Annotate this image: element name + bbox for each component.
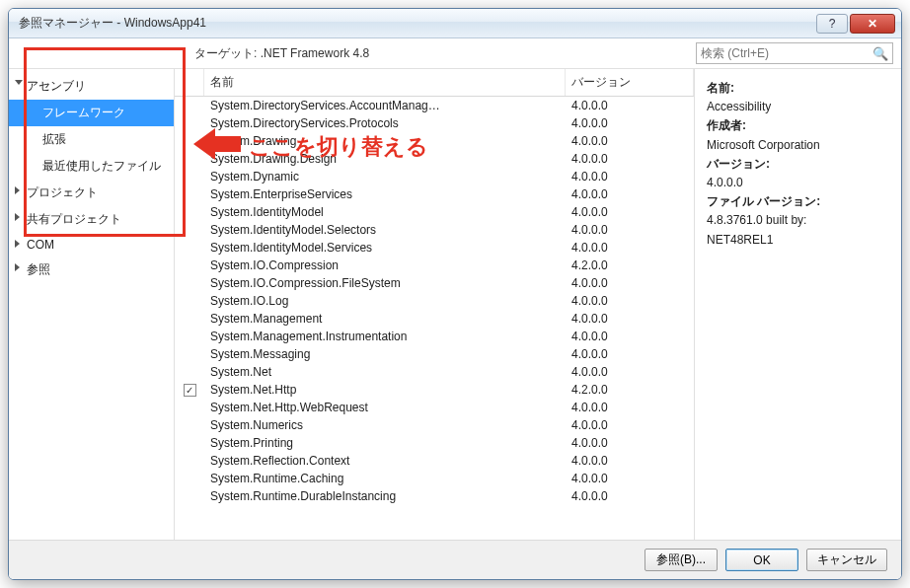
- table-row[interactable]: System.Numerics4.0.0.0: [175, 416, 694, 434]
- row-checkbox-cell[interactable]: [175, 133, 204, 149]
- table-row[interactable]: System.Drawing.Design4.0.0.0: [175, 150, 694, 168]
- search-input[interactable]: [701, 46, 872, 60]
- table-row[interactable]: System.IO.Compression.FileSystem4.0.0.0: [175, 274, 694, 292]
- table-row[interactable]: System.IdentityModel4.0.0.0: [175, 203, 694, 221]
- row-checkbox-cell[interactable]: [175, 275, 204, 291]
- row-name: System.Numerics: [204, 417, 566, 433]
- row-checkbox-cell[interactable]: [175, 346, 204, 362]
- row-checkbox-cell[interactable]: [175, 364, 204, 380]
- table-row[interactable]: System.Management4.0.0.0: [175, 310, 694, 328]
- table-row[interactable]: ✓System.Net.Http4.2.0.0: [175, 381, 694, 399]
- col-check[interactable]: [175, 69, 204, 96]
- col-name[interactable]: 名前: [204, 69, 566, 96]
- row-version: 4.0.0.0: [566, 115, 694, 131]
- table-row[interactable]: System.IdentityModel.Services4.0.0.0: [175, 239, 694, 257]
- row-version: 4.0.0.0: [566, 275, 694, 291]
- row-name: System.Net.Http.WebRequest: [204, 400, 566, 415]
- row-checkbox-cell[interactable]: [175, 257, 204, 273]
- row-checkbox-cell[interactable]: [175, 471, 204, 486]
- row-version: 4.2.0.0: [566, 382, 694, 398]
- expand-icon: [15, 263, 20, 271]
- row-version: 4.0.0.0: [566, 488, 694, 504]
- table-row[interactable]: System.DirectoryServices.Protocols4.0.0.…: [175, 114, 694, 132]
- row-name: System.Net: [204, 364, 566, 380]
- close-button[interactable]: ✕: [850, 14, 895, 34]
- table-row[interactable]: System.Management.Instrumentation4.0.0.0: [175, 328, 694, 345]
- expand-icon: [15, 186, 20, 194]
- table-row[interactable]: System.EnterpriseServices4.0.0.0: [175, 185, 694, 203]
- table-row[interactable]: System.Messaging4.0.0.0: [175, 345, 694, 363]
- row-checkbox-cell[interactable]: [175, 400, 204, 415]
- sidebar-group-assembly[interactable]: アセンブリ: [9, 73, 174, 100]
- row-checkbox-cell[interactable]: [175, 453, 204, 469]
- titlebar[interactable]: 参照マネージャー - WindowsApp41 ? ✕: [9, 9, 901, 38]
- row-checkbox-cell[interactable]: [175, 329, 204, 344]
- table-row[interactable]: System.Net4.0.0.0: [175, 363, 694, 381]
- row-checkbox-cell[interactable]: [175, 222, 204, 238]
- list-body[interactable]: System.DirectoryServices.AccountManag…4.…: [175, 97, 694, 540]
- row-version: 4.0.0.0: [566, 453, 694, 469]
- table-row[interactable]: System.IO.Log4.0.0.0: [175, 292, 694, 310]
- table-row[interactable]: System.Runtime.DurableInstancing4.0.0.0: [175, 487, 694, 505]
- search-icon[interactable]: 🔍: [872, 46, 888, 61]
- expand-icon: [15, 80, 23, 85]
- row-checkbox-cell[interactable]: [175, 311, 204, 327]
- browse-button[interactable]: 参照(B)...: [645, 549, 718, 571]
- detail-version-label: バージョン:: [707, 157, 770, 171]
- row-name: System.Dynamic: [204, 169, 566, 184]
- checkbox-icon[interactable]: ✓: [184, 384, 196, 397]
- table-row[interactable]: System.DirectoryServices.AccountManag…4.…: [175, 97, 694, 114]
- sidebar-label: アセンブリ: [27, 79, 86, 93]
- sidebar-group-browse[interactable]: 参照: [9, 257, 174, 283]
- row-checkbox-cell[interactable]: ✓: [175, 382, 204, 398]
- row-checkbox-cell[interactable]: [175, 186, 204, 202]
- row-checkbox-cell[interactable]: [175, 293, 204, 309]
- row-checkbox-cell[interactable]: [175, 417, 204, 433]
- row-version: 4.0.0.0: [566, 293, 694, 309]
- row-checkbox-cell[interactable]: [175, 151, 204, 167]
- search-box[interactable]: 🔍: [696, 42, 893, 64]
- table-row[interactable]: System.Drawing4.0.0.0: [175, 132, 694, 150]
- sidebar-item-framework[interactable]: フレームワーク: [9, 100, 174, 126]
- detail-filever-value1: 4.8.3761.0 built by:: [707, 211, 889, 230]
- row-version: 4.0.0.0: [566, 204, 694, 220]
- table-row[interactable]: System.Runtime.Caching4.0.0.0: [175, 470, 694, 487]
- row-checkbox-cell[interactable]: [175, 98, 204, 113]
- row-checkbox-cell[interactable]: [175, 240, 204, 256]
- table-row[interactable]: System.Reflection.Context4.0.0.0: [175, 452, 694, 470]
- table-row[interactable]: System.Printing4.0.0.0: [175, 434, 694, 452]
- sidebar-item-extensions[interactable]: 拡張: [9, 126, 174, 153]
- cancel-button[interactable]: キャンセル: [806, 549, 887, 571]
- table-row[interactable]: System.Net.Http.WebRequest4.0.0.0: [175, 399, 694, 416]
- row-name: System.Runtime.DurableInstancing: [204, 488, 566, 504]
- row-version: 4.0.0.0: [566, 98, 694, 113]
- row-name: System.Messaging: [204, 346, 566, 362]
- table-row[interactable]: System.IO.Compression4.2.0.0: [175, 257, 694, 274]
- row-checkbox-cell[interactable]: [175, 488, 204, 504]
- row-name: System.Drawing: [204, 133, 566, 149]
- row-checkbox-cell[interactable]: [175, 169, 204, 184]
- detail-author-value: Microsoft Corporation: [707, 136, 889, 155]
- sidebar-group-projects[interactable]: プロジェクト: [9, 180, 174, 206]
- row-name: System.Drawing.Design: [204, 151, 566, 167]
- row-version: 4.0.0.0: [566, 400, 694, 415]
- sidebar-group-shared[interactable]: 共有プロジェクト: [9, 206, 174, 233]
- help-button[interactable]: ?: [816, 14, 848, 34]
- table-row[interactable]: System.Dynamic4.0.0.0: [175, 168, 694, 185]
- row-checkbox-cell[interactable]: [175, 115, 204, 131]
- sidebar-item-recent[interactable]: 最近使用したファイル: [9, 153, 174, 180]
- ok-button[interactable]: OK: [725, 549, 798, 571]
- col-version[interactable]: バージョン: [566, 69, 694, 96]
- table-row[interactable]: System.IdentityModel.Selectors4.0.0.0: [175, 221, 694, 239]
- expand-icon: [15, 240, 20, 248]
- detail-name-value: Accessibility: [707, 98, 889, 116]
- row-name: System.Printing: [204, 435, 566, 451]
- row-checkbox-cell[interactable]: [175, 435, 204, 451]
- row-version: 4.0.0.0: [566, 346, 694, 362]
- detail-version-value: 4.0.0.0: [707, 174, 889, 192]
- row-name: System.IO.Log: [204, 293, 566, 309]
- row-checkbox-cell[interactable]: [175, 204, 204, 220]
- row-version: 4.0.0.0: [566, 240, 694, 256]
- row-name: System.Management.Instrumentation: [204, 329, 566, 344]
- sidebar-group-com[interactable]: COM: [9, 233, 174, 257]
